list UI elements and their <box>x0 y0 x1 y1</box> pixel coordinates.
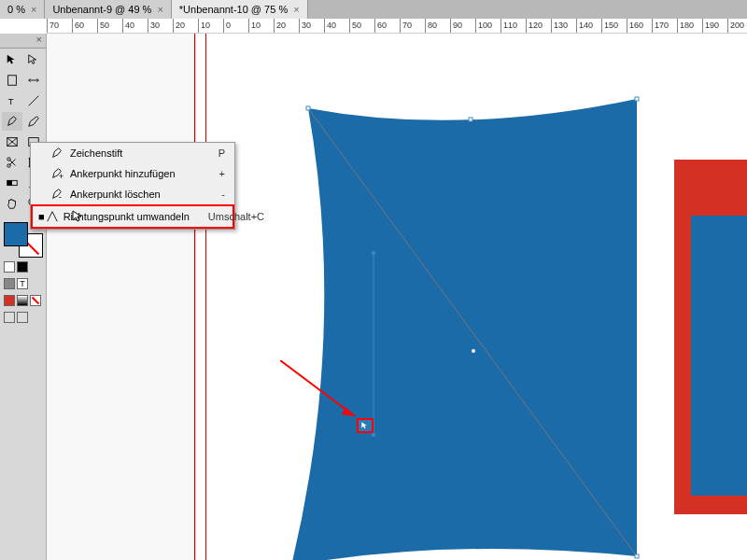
menu-shortcut: Umschalt+C <box>208 211 264 222</box>
ruler-tick: 130 <box>554 21 568 30</box>
ruler-tick: 30 <box>302 21 311 30</box>
apply-color-icon[interactable] <box>4 295 15 306</box>
svg-rect-23 <box>306 106 310 110</box>
pen-plus-icon: + <box>48 167 66 180</box>
close-icon[interactable]: × <box>31 4 36 15</box>
svg-rect-24 <box>635 97 639 101</box>
close-icon[interactable]: × <box>293 4 299 15</box>
tab-doc-2[interactable]: *Unbenannt-10 @ 75 % × <box>172 0 308 19</box>
ruler-tick: 90 <box>453 21 462 30</box>
ruler-tick: 20 <box>176 21 185 30</box>
menu-item-delete-anchor[interactable]: - Ankerpunkt löschen - <box>31 184 234 204</box>
ruler-tick: 120 <box>529 21 543 30</box>
svg-text:-: - <box>59 191 62 201</box>
gap-tool[interactable] <box>24 71 45 90</box>
horizontal-ruler: 70 60 50 40 30 20 10 0 10 20 30 40 50 60… <box>47 19 747 34</box>
ruler-tick: 70 <box>49 21 59 30</box>
canvas[interactable] <box>47 34 747 560</box>
svg-line-28 <box>280 360 355 416</box>
tab-label: 0 % <box>7 4 25 15</box>
format-container-icon[interactable] <box>4 278 15 289</box>
convert-point-icon <box>45 210 60 223</box>
direct-selection-tool[interactable] <box>24 50 45 69</box>
pen-icon <box>48 147 66 160</box>
ruler-tick: 190 <box>705 21 719 30</box>
fill-swatch[interactable] <box>4 222 28 246</box>
guide-vertical[interactable] <box>205 34 206 560</box>
color-swatches: T <box>2 220 44 325</box>
anchor-point-indicator[interactable] <box>357 418 374 433</box>
type-tool[interactable]: T <box>2 91 22 110</box>
ruler-tick: 50 <box>100 21 109 30</box>
tab-doc-1[interactable]: Unbenannt-9 @ 49 % × <box>45 0 171 19</box>
menu-shortcut: - <box>221 189 225 200</box>
close-icon[interactable]: × <box>36 34 42 48</box>
pencil-tool[interactable] <box>24 112 45 131</box>
menu-check-icon: ■ <box>38 211 45 222</box>
gradient-tool[interactable] <box>2 174 22 192</box>
tab-label: *Unbenannt-10 @ 75 % <box>179 4 288 15</box>
ruler-tick: 60 <box>377 21 387 30</box>
pen-minus-icon: - <box>48 188 66 201</box>
ruler-tick: 60 <box>75 21 84 30</box>
guide-vertical[interactable] <box>194 34 195 560</box>
svg-rect-0 <box>7 76 16 86</box>
menu-shortcut: + <box>219 168 225 179</box>
menu-label: Ankerpunkt hinzufügen <box>70 168 201 179</box>
ruler-tick: 40 <box>327 21 336 30</box>
tab-label: Unbenannt-9 @ 49 % <box>52 4 151 15</box>
line-tool[interactable] <box>24 91 45 110</box>
vector-shape[interactable] <box>263 90 655 560</box>
ruler-tick: 180 <box>680 21 694 30</box>
menu-item-convert-direction[interactable]: ■ Richtungspunkt umwandeln Umschalt+C <box>31 204 234 229</box>
rectangle-frame-tool[interactable] <box>2 133 22 151</box>
toolbox-panel: × T <box>0 34 47 560</box>
rectangle-shape[interactable] <box>691 216 747 496</box>
menu-item-pen[interactable]: Zeichenstift P <box>31 143 234 163</box>
pen-tool[interactable] <box>2 112 22 131</box>
svg-rect-25 <box>635 554 639 558</box>
view-mode-normal-icon[interactable] <box>4 312 15 323</box>
svg-point-20 <box>372 251 375 255</box>
ruler-tick: 110 <box>503 21 517 30</box>
svg-text:+: + <box>59 171 64 180</box>
menu-shortcut: P <box>218 147 225 159</box>
menu-item-add-anchor[interactable]: + Ankerpunkt hinzufügen + <box>31 163 234 184</box>
ruler-tick: 20 <box>276 21 286 30</box>
svg-line-2 <box>29 96 39 106</box>
svg-text:T: T <box>7 96 13 106</box>
ruler-tick: 140 <box>579 21 593 30</box>
apply-none-icon[interactable] <box>30 295 41 306</box>
ruler-tick: 10 <box>251 21 261 30</box>
panel-tab: × <box>0 34 46 49</box>
cursor-icon <box>71 209 86 224</box>
selection-tool[interactable] <box>2 50 22 69</box>
ruler-tick: 170 <box>655 21 669 30</box>
view-mode-preview-icon[interactable] <box>17 312 28 323</box>
ruler-tick: 0 <box>226 21 231 30</box>
ruler-tick: 200 <box>730 21 744 30</box>
ruler-tick: 40 <box>125 21 134 30</box>
svg-rect-27 <box>469 118 472 121</box>
ruler-tick: 100 <box>478 21 492 30</box>
svg-rect-15 <box>7 180 12 185</box>
scissors-tool[interactable] <box>2 153 22 172</box>
tab-doc-0[interactable]: 0 % × <box>0 0 45 19</box>
svg-point-22 <box>472 349 475 353</box>
page-tool[interactable] <box>2 71 22 90</box>
ruler-tick: 10 <box>201 21 210 30</box>
format-text-icon[interactable]: T <box>17 278 28 289</box>
ruler-tick: 160 <box>629 21 643 30</box>
document-tabs: 0 % × Unbenannt-9 @ 49 % × *Unbenannt-10… <box>0 0 747 19</box>
default-colors-icon[interactable] <box>17 261 28 273</box>
apply-gradient-icon[interactable] <box>17 295 28 306</box>
pen-tool-flyout-menu: Zeichenstift P + Ankerpunkt hinzufügen +… <box>30 142 235 230</box>
ruler-tick: 70 <box>402 21 412 30</box>
ruler-tick: 50 <box>352 21 361 30</box>
ruler-tick: 150 <box>604 21 618 30</box>
hand-tool[interactable] <box>2 194 22 213</box>
ruler-tick: 30 <box>150 21 160 30</box>
swap-fill-stroke-icon[interactable] <box>4 261 15 273</box>
ruler-tick: 80 <box>428 21 437 30</box>
close-icon[interactable]: × <box>157 4 162 15</box>
